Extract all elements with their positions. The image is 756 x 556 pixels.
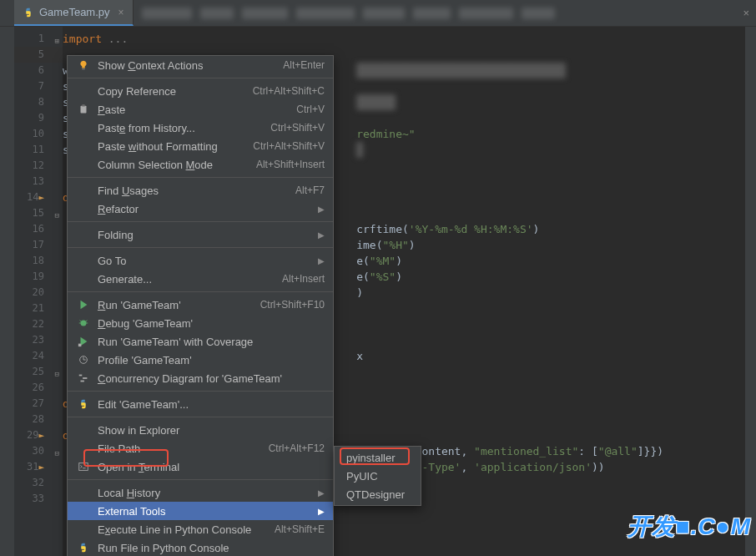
menu-item-paste-without-formatting[interactable]: Paste without FormattingCtrl+Alt+Shift+V	[68, 137, 333, 155]
menu-separator	[68, 479, 333, 480]
menu-shortcut: Alt+Shift+E	[275, 523, 325, 535]
menu-shortcut: Ctrl+V	[296, 104, 325, 115]
menu-item-run-file-in-python-console[interactable]: Run File in Python Console	[68, 538, 333, 556]
menu-label: External Tools	[98, 505, 313, 518]
submenu-item-pyuic[interactable]: PyUIC	[335, 467, 421, 485]
menu-item-profile-gameteam[interactable]: Profile 'GameTeam'	[68, 351, 333, 369]
python-icon	[76, 541, 91, 554]
submenu-arrow-icon: ▶	[318, 256, 325, 265]
svg-rect-0	[82, 68, 85, 69]
paste-icon	[76, 103, 91, 116]
menu-label: Open in Terminal	[98, 461, 325, 473]
menu-label: Local History	[98, 487, 313, 499]
submenu-arrow-icon: ▶	[318, 488, 325, 498]
menu-label: Run File in Python Console	[98, 542, 325, 554]
external-tools-submenu: pyinstallerPyUICQTDesigner	[334, 446, 421, 506]
blank-icon	[76, 254, 91, 267]
menu-item-copy-reference[interactable]: Copy ReferenceCtrl+Alt+Shift+C	[68, 82, 333, 100]
menu-label: Copy Reference	[98, 85, 253, 98]
menu-item-paste[interactable]: PasteCtrl+V	[68, 100, 333, 119]
svg-rect-12	[79, 375, 83, 377]
blank-icon	[76, 84, 91, 98]
blank-icon	[76, 139, 91, 153]
menu-item-local-history[interactable]: Local History▶	[68, 483, 333, 502]
submenu-label: pyinstaller	[346, 452, 396, 464]
svg-line-6	[80, 321, 82, 322]
python-file-icon	[23, 7, 34, 18]
menu-item-column-selection-mode[interactable]: Column Selection ModeAlt+Shift+Insert	[68, 155, 333, 174]
menu-label: File Path	[98, 442, 269, 455]
tab-close-icon[interactable]: ×	[118, 7, 124, 18]
submenu-arrow-icon: ▶	[318, 205, 325, 214]
tab-bar: GameTeam.py × ×	[0, 0, 756, 27]
tab-prefix	[0, 0, 14, 26]
svg-rect-15	[79, 463, 88, 471]
menu-item-debug-gameteam[interactable]: Debug 'GameTeam'	[68, 314, 333, 332]
menu-item-file-path[interactable]: File PathCtrl+Alt+F12	[68, 439, 333, 457]
menu-item-show-context-actions[interactable]: Show Context ActionsAlt+Enter	[68, 56, 333, 74]
svg-rect-8	[78, 344, 82, 347]
menu-item-refactor[interactable]: Refactor▶	[68, 200, 333, 218]
blank-icon	[76, 504, 91, 518]
submenu-arrow-icon: ▶	[318, 230, 325, 240]
menu-item-open-in-terminal[interactable]: Open in Terminal	[68, 457, 333, 476]
menu-item-find-usages[interactable]: Find UsagesAlt+F7	[68, 181, 333, 200]
menu-label: Column Selection Mode	[98, 159, 256, 171]
menu-item-go-to[interactable]: Go To▶	[68, 251, 333, 270]
menu-shortcut: Alt+F7	[295, 184, 325, 196]
menu-shortcut: Alt+Insert	[282, 273, 325, 285]
menu-item-folding[interactable]: Folding▶	[68, 225, 333, 244]
blank-icon	[76, 442, 91, 455]
menu-separator	[68, 291, 333, 292]
svg-point-3	[81, 321, 87, 326]
svg-rect-2	[82, 104, 85, 107]
blank-icon	[76, 523, 91, 536]
debug-icon	[76, 316, 91, 330]
menu-shortcut: Alt+Shift+Insert	[256, 159, 325, 170]
menu-separator	[68, 177, 333, 178]
menu-shortcut: Ctrl+Shift+F10	[260, 299, 325, 311]
blank-icon	[76, 202, 91, 215]
svg-line-7	[86, 321, 88, 322]
menu-item-paste-from-history[interactable]: Paste from History...Ctrl+Shift+V	[68, 119, 333, 137]
bulb-icon	[76, 58, 91, 72]
menu-item-execute-line-in-python-console[interactable]: Execute Line in Python ConsoleAlt+Shift+…	[68, 520, 333, 538]
blank-icon	[76, 184, 91, 197]
left-gutter	[0, 27, 14, 556]
menu-item-edit-gameteam[interactable]: Edit 'GameTeam'...	[68, 395, 333, 413]
submenu-item-qtdesigner[interactable]: QTDesigner	[335, 485, 421, 503]
submenu-label: QTDesigner	[346, 488, 405, 501]
run-icon	[76, 298, 91, 311]
menu-item-external-tools[interactable]: External Tools▶	[68, 502, 333, 520]
menu-item-run-gameteam-with-coverage[interactable]: Run 'GameTeam' with Coverage	[68, 332, 333, 351]
file-tab-gameteam[interactable]: GameTeam.py ×	[14, 0, 134, 26]
svg-rect-1	[81, 106, 87, 114]
blank-icon	[76, 228, 91, 241]
submenu-arrow-icon: ▶	[318, 507, 325, 516]
menu-item-generate[interactable]: Generate...Alt+Insert	[68, 270, 333, 288]
profile-icon	[76, 353, 91, 366]
menu-shortcut: Ctrl+Alt+Shift+C	[253, 85, 325, 97]
menu-shortcut: Ctrl+Alt+Shift+V	[253, 140, 325, 152]
menu-label: Generate...	[98, 273, 282, 286]
tab-blurred-area	[134, 8, 563, 19]
menu-item-run-gameteam[interactable]: Run 'GameTeam'Ctrl+Shift+F10	[68, 296, 333, 314]
menu-separator	[68, 78, 333, 78]
scrollbar[interactable]	[745, 27, 756, 556]
close-icon[interactable]: ×	[743, 7, 749, 19]
submenu-item-pyinstaller[interactable]: pyinstaller	[335, 448, 421, 467]
menu-shortcut: Alt+Enter	[283, 59, 325, 71]
menu-label: Show in Explorer	[98, 424, 325, 437]
menu-label: Go To	[98, 255, 313, 267]
menu-label: Profile 'GameTeam'	[98, 354, 325, 366]
context-menu: Show Context ActionsAlt+EnterCopy Refere…	[67, 55, 334, 556]
run-cov-icon	[76, 335, 91, 348]
menu-label: Paste from History...	[98, 122, 270, 134]
menu-item-show-in-explorer[interactable]: Show in Explorer	[68, 421, 333, 439]
submenu-label: PyUIC	[346, 470, 378, 483]
menu-separator	[68, 417, 333, 417]
menu-item-concurrency-diagram-for-gameteam[interactable]: Concurrency Diagram for 'GameTeam'	[68, 369, 333, 387]
svg-rect-13	[83, 377, 87, 379]
blank-icon	[76, 121, 91, 134]
terminal-icon	[76, 460, 91, 473]
